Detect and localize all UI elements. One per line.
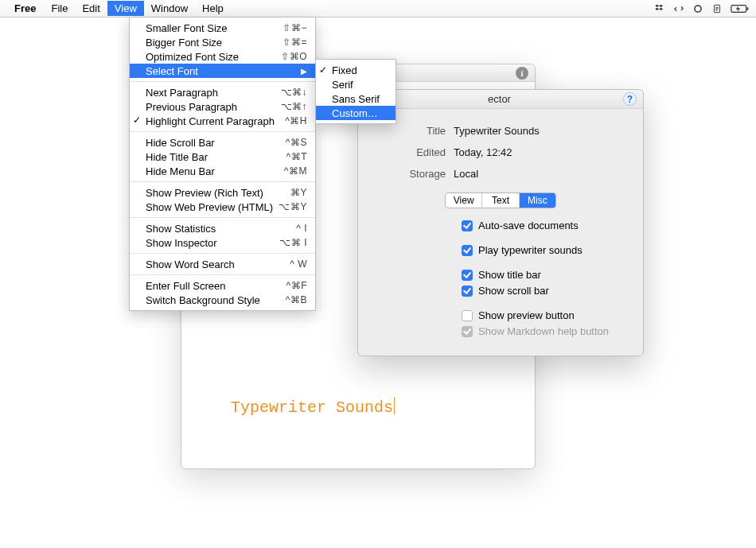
field-value-title: Typewriter Sounds xyxy=(454,125,540,137)
field-value-edited: Today, 12:42 xyxy=(454,146,512,158)
menu-item-label: Bigger Font Size xyxy=(146,37,283,49)
inspector-options: Auto-save documentsPlay typewriter sound… xyxy=(358,220,643,337)
menu-item-label: Hide Title Bar xyxy=(146,151,286,163)
option-row[interactable]: Show scroll bar xyxy=(462,285,643,297)
submenu-item-label: Sans Serif xyxy=(332,93,380,105)
sync-icon[interactable] xyxy=(673,3,684,14)
checkbox xyxy=(462,326,473,337)
menu-separator xyxy=(130,217,315,218)
menu-item-label: Previous Paragraph xyxy=(146,101,281,113)
submenu-item[interactable]: Serif xyxy=(316,77,396,91)
option-row: Show Markdown help button xyxy=(462,325,643,337)
menu-item[interactable]: Show Statistics^ I xyxy=(130,221,315,235)
submenu-arrow-icon: ▶ xyxy=(301,67,307,76)
submenu-item[interactable]: ✓Fixed xyxy=(316,63,396,77)
option-row[interactable]: Play typewriter sounds xyxy=(462,244,643,256)
menu-item-label: Hide Scroll Bar xyxy=(146,137,286,149)
menu-item[interactable]: Smaller Font Size⇧⌘− xyxy=(130,21,315,35)
submenu-item[interactable]: Sans Serif xyxy=(316,91,396,106)
menu-edit[interactable]: Edit xyxy=(75,1,107,16)
segmented-control: View Text Misc xyxy=(445,192,556,208)
svg-point-0 xyxy=(695,5,701,11)
menu-item[interactable]: Next Paragraph⌥⌘↓ xyxy=(130,85,315,99)
menu-window[interactable]: Window xyxy=(144,1,195,16)
menu-item-label: Hide Menu Bar xyxy=(146,165,284,177)
menu-item[interactable]: Optimized Font Size⇧⌘O xyxy=(130,49,315,64)
menu-item-shortcut: ^⌘M xyxy=(284,165,307,177)
menu-item[interactable]: Previous Paragraph⌥⌘↑ xyxy=(130,99,315,114)
submenu-item[interactable]: Custom… xyxy=(316,106,396,120)
clipboard-icon[interactable] xyxy=(711,3,723,14)
menu-view[interactable]: View xyxy=(107,1,144,16)
menu-item[interactable]: Enter Full Screen^⌘F xyxy=(130,278,315,293)
menu-item[interactable]: Show Word Search^ W xyxy=(130,257,315,271)
field-label-title: Title xyxy=(358,125,454,137)
menu-item[interactable]: Show Inspector⌥⌘ I xyxy=(130,235,315,250)
checkbox[interactable] xyxy=(462,310,473,321)
menu-item-shortcut: ⌘Y xyxy=(290,187,307,198)
menu-item[interactable]: Bigger Font Size⇧⌘= xyxy=(130,35,315,49)
view-menu-dropdown: Smaller Font Size⇧⌘−Bigger Font Size⇧⌘=O… xyxy=(129,17,316,311)
app-name[interactable]: Free xyxy=(14,2,36,14)
menu-item-shortcut: ^⌘H xyxy=(285,115,307,126)
menu-file[interactable]: File xyxy=(44,1,75,16)
menu-item[interactable]: Hide Menu Bar^⌘M xyxy=(130,164,315,178)
option-label: Show Markdown help button xyxy=(478,325,609,337)
menu-help[interactable]: Help xyxy=(195,1,231,16)
menu-item-shortcut: ⌥⌘↓ xyxy=(281,87,308,98)
option-label: Auto-save documents xyxy=(478,220,579,231)
document-text[interactable]: Typewriter Sounds xyxy=(231,397,395,417)
menu-item[interactable]: Show Web Preview (HTML)⌥⌘Y xyxy=(130,200,315,214)
dropbox-icon[interactable] xyxy=(654,3,665,14)
menu-item-shortcut: ⇧⌘= xyxy=(283,37,307,48)
checkbox[interactable] xyxy=(462,270,473,281)
check-icon: ✓ xyxy=(133,115,141,126)
menu-item[interactable]: Hide Title Bar^⌘T xyxy=(130,150,315,164)
inspector-titlebar[interactable]: ector ? xyxy=(358,90,643,109)
menu-item-label: Smaller Font Size xyxy=(146,22,283,34)
submenu-item-label: Fixed xyxy=(332,64,357,76)
menu-item-shortcut: ⌥⌘↑ xyxy=(281,101,308,112)
menubar: Free File Edit View Window Help xyxy=(0,0,756,17)
option-label: Play typewriter sounds xyxy=(478,244,583,256)
circle-icon[interactable] xyxy=(692,3,703,14)
inspector-panel: ector ? Title Typewriter Sounds Edited T… xyxy=(357,89,644,356)
submenu-item-label: Serif xyxy=(332,79,353,91)
status-icons xyxy=(654,3,750,14)
menu-item[interactable]: Switch Background Style^⌘B xyxy=(130,293,315,307)
menu-item-label: Show Inspector xyxy=(146,237,279,249)
option-label: Show preview button xyxy=(478,309,575,321)
menu-item[interactable]: Show Preview (Rich Text)⌘Y xyxy=(130,185,315,200)
checkbox[interactable] xyxy=(462,245,473,256)
check-icon: ✓ xyxy=(319,64,327,76)
segment-text[interactable]: Text xyxy=(482,193,519,208)
menu-item-shortcut: ⇧⌘− xyxy=(283,22,307,33)
menu-item-label: Show Web Preview (HTML) xyxy=(146,201,279,213)
option-row[interactable]: Show title bar xyxy=(462,269,643,281)
menu-item-shortcut: ^ W xyxy=(290,258,307,270)
menu-item-label: Highlight Current Paragraph xyxy=(146,115,285,127)
menu-item[interactable]: Select Font▶ xyxy=(130,64,315,78)
option-row[interactable]: Show preview button xyxy=(462,309,643,321)
segment-view[interactable]: View xyxy=(446,193,482,208)
option-row[interactable]: Auto-save documents xyxy=(462,220,643,231)
battery-icon[interactable] xyxy=(731,4,750,14)
info-button-icon[interactable]: i xyxy=(516,67,528,80)
help-icon[interactable]: ? xyxy=(623,92,637,106)
menu-item-label: Enter Full Screen xyxy=(146,280,286,292)
menu-item-label: Show Statistics xyxy=(146,223,296,235)
menu-item[interactable]: ✓Highlight Current Paragraph^⌘H xyxy=(130,114,315,128)
checkbox[interactable] xyxy=(462,286,473,297)
menu-item-shortcut: ^ I xyxy=(296,223,307,234)
menu-item-shortcut: ⌥⌘ I xyxy=(279,237,307,248)
field-label-storage: Storage xyxy=(358,168,454,180)
checkbox[interactable] xyxy=(462,220,473,231)
menu-item-label: Optimized Font Size xyxy=(146,51,281,63)
svg-rect-6 xyxy=(747,7,749,10)
segment-misc[interactable]: Misc xyxy=(520,193,555,208)
menu-item-label: Select Font xyxy=(146,65,296,77)
menu-item-label: Next Paragraph xyxy=(146,87,281,99)
menu-item-label: Switch Background Style xyxy=(146,294,286,306)
menu-item[interactable]: Hide Scroll Bar^⌘S xyxy=(130,135,315,150)
menu-item-shortcut: ^⌘B xyxy=(286,294,307,305)
